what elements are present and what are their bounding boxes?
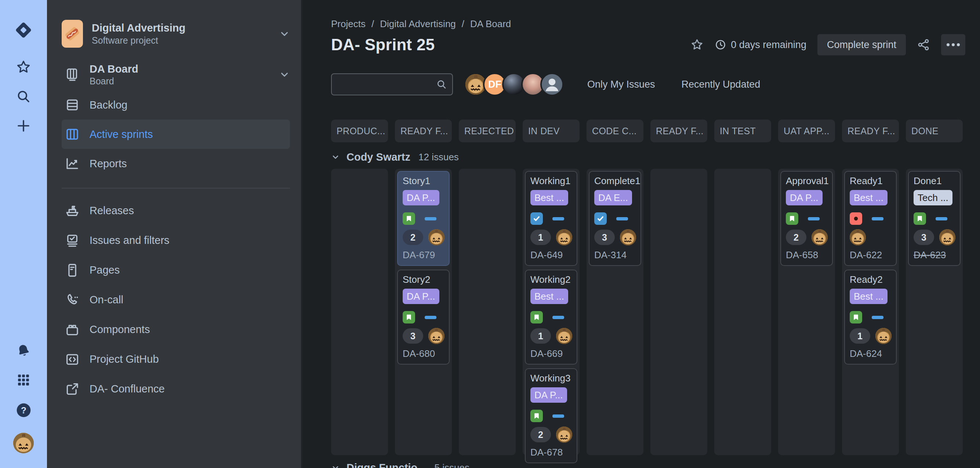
board-column-done: Done1Tech ...3DA-623 [906,169,963,455]
assignee-avatar-group: DF [464,73,564,96]
swimlane-header[interactable]: Cody Swartz 12 issues [331,151,965,163]
quick-filter-recently-updated[interactable]: Recently Updated [682,79,760,90]
more-actions-button[interactable] [941,34,965,56]
assignee-avatar [875,328,891,344]
sidebar-item-issues-and-filters[interactable]: Issues and filters [62,225,290,255]
kanban-board: Story1DA P...2DA-679Story2DA P...3DA-680… [331,169,965,455]
svg-text:?: ? [21,405,26,415]
breadcrumb-separator: / [371,18,374,29]
breadcrumb-link-da-board[interactable]: DA Board [470,18,511,29]
issue-meta-icons [913,213,955,225]
project-sidebar: Digital Advertising Software project DA … [47,0,302,468]
board-column-ready-f: Story1DA P...2DA-679Story2DA P...3DA-680 [395,169,452,455]
notifications-bell-icon[interactable] [16,343,31,359]
column-header-produc: PRODUC... [331,120,388,142]
estimate-badge: 2 [786,230,807,245]
sidebar-item-label: Project GitHub [89,353,159,365]
epic-label-chip: DA P... [402,190,439,205]
issue-type-task-icon [594,213,607,225]
issue-card-da-649[interactable]: Working1Best ...1DA-649 [525,171,578,266]
reports-icon [65,156,80,171]
breadcrumb-link-projects[interactable]: Projects [331,18,366,29]
issue-type-story-icon [530,410,543,422]
project-type: Software project [92,35,270,46]
board-search-input[interactable] [339,78,436,90]
issue-card-da-622[interactable]: Ready1Best ...DA-622 [844,171,897,266]
estimate-badge: 3 [594,230,615,245]
rail-bottom-group: ? [13,343,34,453]
chevron-down-icon [279,28,290,39]
issue-card-da-669[interactable]: Working2Best ...1DA-669 [525,270,578,365]
help-icon[interactable]: ? [15,401,32,419]
search-icon[interactable] [16,89,31,104]
issue-title: Complete1 [594,175,636,186]
board-switcher[interactable]: DA Board Board [62,62,290,87]
issue-card-da-624[interactable]: Ready2Best ...1DA-624 [844,270,897,365]
swimlane-issue-count: 12 issues [418,151,459,163]
page-title: DA- Sprint 25 [331,36,435,54]
issue-footer: 3 [402,328,444,344]
issue-key: DA-680 [402,348,444,359]
issue-key: DA-314 [594,249,636,261]
board-column-produc [331,169,388,455]
issue-card-da-623[interactable]: Done1Tech ...3DA-623 [908,171,961,266]
sidebar-item-releases[interactable]: Releases [62,196,290,225]
app-switcher-grid-icon[interactable] [16,372,31,388]
project-switcher[interactable]: Digital Advertising Software project [62,20,290,48]
priority-medium-icon [425,217,436,221]
issue-title: Story1 [402,175,444,186]
complete-sprint-button[interactable]: Complete sprint [818,34,906,56]
sidebar-item-backlog[interactable]: Backlog [62,90,290,120]
jira-logo-icon[interactable] [13,20,34,40]
sidebar-item-pages[interactable]: Pages [62,255,290,285]
board-column-rejected [459,169,516,455]
issue-card-da-314[interactable]: Complete1DA E...3DA-314 [589,171,641,266]
priority-medium-icon [552,316,564,319]
board-column-ready-f: Ready1Best ...DA-622Ready2Best ...1DA-62… [842,169,899,455]
filter-bar: DF Only My Issues Recently Updated [331,73,965,96]
priority-medium-icon [616,217,628,221]
share-icon[interactable] [917,38,930,51]
issue-key: DA-623 [913,249,955,261]
chevron-down-icon[interactable] [331,152,340,161]
sidebar-item-on-call[interactable]: On-call [62,285,290,315]
favorite-sprint-star-icon[interactable] [690,38,704,51]
issue-footer: 1 [850,328,891,344]
epic-label-chip: Best ... [530,190,568,205]
breadcrumb: Projects/Digital Advertising/DA Board [331,18,965,29]
sidebar-item-reports[interactable]: Reports [62,149,290,178]
sidebar-item-active-sprints[interactable]: Active sprints [62,120,290,149]
issue-card-da-680[interactable]: Story2DA P...3DA-680 [397,270,450,365]
assignee-avatar [556,427,572,443]
breadcrumb-link-digital-advertising[interactable]: Digital Advertising [380,18,456,29]
sidebar-item-label: Pages [89,264,120,276]
epic-label-chip: DA P... [786,190,822,205]
profile-avatar[interactable] [13,433,34,453]
issue-card-da-678[interactable]: Working3DA P...2DA-678 [525,368,578,463]
issue-key: DA-658 [786,249,827,261]
issue-card-da-679[interactable]: Story1DA P...2DA-679 [397,171,450,266]
estimate-badge: 2 [530,427,551,442]
sidebar-item-da-confluence[interactable]: DA- Confluence [62,374,290,404]
column-header-in-test: IN TEST [714,120,771,142]
quick-filter-only-my-issues[interactable]: Only My Issues [587,79,655,90]
jira-board-app: ? Digital Advertising Software project D… [0,0,980,468]
column-header-ready-f: READY F... [842,120,899,142]
issue-title: Working3 [530,373,572,384]
sidebar-item-label: Backlog [89,99,127,111]
sidebar-item-components[interactable]: Components [62,315,290,344]
chevron-down-icon[interactable] [331,463,340,468]
column-header-in-dev: IN DEV [523,120,579,142]
user-avatar-generic[interactable] [540,73,564,96]
sidebar-item-project-github[interactable]: Project GitHub [62,344,290,374]
issue-card-da-658[interactable]: Approval1DA P...2DA-658 [780,171,833,266]
create-plus-icon[interactable] [16,118,31,133]
backlog-icon [65,97,80,113]
title-row: DA- Sprint 25 0 days remaining Complete … [331,35,965,54]
sidebar-nav-main: BacklogActive sprintsReports [62,90,290,178]
column-header-ready-f: READY F... [651,120,707,142]
issue-title: Done1 [913,175,955,186]
swimlane-name: Cody Swartz [347,151,410,163]
favorites-star-icon[interactable] [16,59,31,75]
swimlane-header-partial[interactable]: Diggs Functio... 5 issues [331,461,965,468]
